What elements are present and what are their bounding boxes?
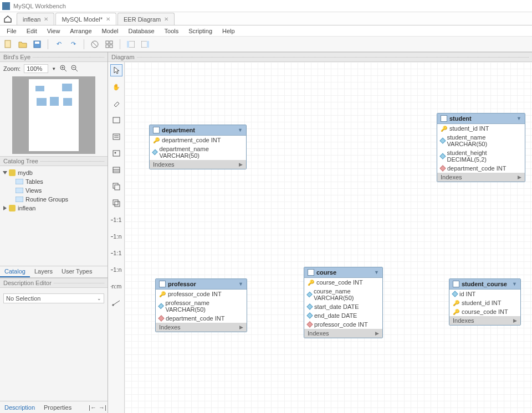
database-icon: [9, 169, 16, 176]
menu-database[interactable]: Database: [124, 27, 158, 35]
tab-layers[interactable]: Layers: [30, 266, 57, 277]
close-icon[interactable]: ✕: [106, 16, 110, 22]
rel-1n-id[interactable]: 1:n: [110, 264, 122, 276]
column: id INT: [449, 290, 520, 298]
layer-tool[interactable]: [110, 114, 122, 126]
tree-db-mydb[interactable]: mydb: [3, 168, 104, 177]
menu-edit[interactable]: Edit: [22, 27, 42, 35]
indexes-row[interactable]: Indexes▶: [437, 173, 525, 182]
tab-mysql-model[interactable]: MySQL Model*✕: [55, 13, 116, 25]
collapse-icon[interactable]: ▼: [516, 116, 521, 121]
validate-icon[interactable]: [90, 39, 100, 49]
birds-eye-thumbnail[interactable]: [12, 76, 95, 154]
entity-student_course[interactable]: student_course▼id INT🔑student_id INT🔑cou…: [449, 278, 521, 326]
entity-student[interactable]: student▼🔑student_id INTstudent_name VARC…: [437, 113, 525, 182]
description-editor-header: Description Editor: [0, 278, 108, 288]
entity-header[interactable]: course▼: [304, 267, 382, 278]
close-icon[interactable]: ✕: [164, 16, 168, 22]
tab-eer-diagram[interactable]: EER Diagram✕: [117, 13, 175, 25]
view-tool[interactable]: [110, 180, 122, 193]
routine-tool[interactable]: [110, 197, 122, 209]
zoom-value[interactable]: 100%: [24, 64, 48, 73]
svg-line-18: [75, 69, 78, 71]
zoom-out-icon[interactable]: [70, 64, 78, 73]
entity-header[interactable]: professor▼: [156, 279, 247, 290]
svg-rect-7: [106, 45, 109, 48]
zoom-in-icon[interactable]: [59, 64, 67, 73]
column-icon: [152, 149, 158, 156]
rel-1n-non[interactable]: 1:n: [110, 230, 122, 242]
column: 🔑department_code INT: [150, 136, 246, 144]
views-icon: [16, 188, 23, 193]
menu-view[interactable]: View: [43, 27, 65, 35]
entity-header[interactable]: student▼: [437, 113, 525, 124]
redo-icon[interactable]: ↷: [68, 39, 78, 49]
collapse-icon[interactable]: ▼: [238, 281, 243, 287]
hand-tool[interactable]: ✋: [110, 81, 122, 93]
indexes-row[interactable]: Indexes▶: [304, 329, 382, 338]
eraser-tool[interactable]: [110, 97, 122, 110]
column: start_date DATE: [304, 302, 382, 311]
save-icon[interactable]: [32, 39, 42, 49]
entity-course[interactable]: course▼🔑course_code INTcourse_name VARCH…: [304, 267, 383, 338]
entity-department[interactable]: department▼🔑department_code INTdepartmen…: [149, 125, 247, 169]
tree-routines[interactable]: Routine Groups: [3, 195, 104, 204]
menu-file[interactable]: File: [2, 27, 21, 35]
column: 🔑course_code INT: [449, 307, 520, 316]
menu-scripting[interactable]: Scripting: [184, 27, 217, 35]
description-selector[interactable]: No Selection⌄: [3, 293, 104, 303]
column: 🔑student_id INT: [437, 124, 525, 133]
panel-right-icon[interactable]: [140, 39, 150, 49]
tree-views[interactable]: Views: [3, 186, 104, 195]
primary-key-icon: 🔑: [153, 137, 160, 143]
note-tool[interactable]: [110, 131, 122, 143]
rel-nm[interactable]: n:m: [110, 280, 122, 292]
tab-user-types[interactable]: User Types: [57, 266, 96, 277]
collapse-icon[interactable]: ▼: [238, 127, 243, 133]
tree-tables[interactable]: Tables: [3, 177, 104, 186]
entity-header[interactable]: department▼: [150, 125, 246, 136]
primary-key-icon: 🔑: [453, 300, 459, 306]
svg-rect-20: [16, 179, 23, 184]
svg-rect-23: [113, 117, 120, 123]
tab-properties[interactable]: Properties: [39, 402, 76, 412]
tab-inflean[interactable]: inflean✕: [17, 13, 54, 25]
menu-model[interactable]: Model: [98, 27, 123, 35]
indexes-row[interactable]: Indexes▶: [449, 316, 520, 325]
catalog-tree: mydb Tables Views Routine Groups inflean: [0, 166, 108, 266]
tab-catalog[interactable]: Catalog: [0, 266, 30, 277]
collapse-icon[interactable]: ▼: [512, 281, 517, 287]
indexes-row[interactable]: Indexes▶: [150, 160, 246, 169]
pointer-tool[interactable]: [110, 64, 122, 76]
diagram-canvas[interactable]: department▼🔑department_code INTdepartmen…: [125, 62, 532, 413]
grid-icon[interactable]: [104, 39, 114, 49]
rel-existing-tool[interactable]: [110, 297, 122, 309]
svg-line-36: [113, 301, 120, 305]
indexes-row[interactable]: Indexes▶: [156, 323, 247, 332]
column: department_code INT: [437, 164, 525, 173]
rel-11-id[interactable]: 1:1: [110, 247, 122, 259]
image-tool[interactable]: [110, 147, 122, 159]
collapse-icon[interactable]: ▼: [374, 270, 379, 275]
menu-tools[interactable]: Tools: [160, 27, 183, 35]
tab-description[interactable]: Description: [0, 402, 39, 412]
zoom-dropdown-icon[interactable]: ▼: [52, 66, 56, 71]
undo-icon[interactable]: ↶: [54, 39, 64, 49]
menu-help[interactable]: Help: [218, 27, 239, 35]
entity-professor[interactable]: professor▼🔑professor_code INTprofessor_n…: [155, 278, 247, 332]
new-file-icon[interactable]: [3, 39, 13, 49]
menu-arrange[interactable]: Arrange: [65, 27, 96, 35]
rel-11-non[interactable]: 1:1: [110, 214, 122, 226]
database-icon: [9, 205, 16, 211]
tree-db-inflean[interactable]: inflean: [3, 204, 104, 213]
entity-header[interactable]: student_course▼: [449, 279, 520, 290]
collapse-left-icon[interactable]: |←: [88, 402, 98, 412]
home-tab[interactable]: [0, 13, 16, 25]
table-tool[interactable]: [110, 164, 122, 176]
open-folder-icon[interactable]: [18, 39, 28, 49]
panel-left-icon[interactable]: [126, 39, 136, 49]
svg-rect-12: [147, 41, 149, 48]
collapse-right-icon[interactable]: →|: [98, 402, 108, 412]
column-icon: [306, 312, 313, 318]
close-icon[interactable]: ✕: [44, 16, 48, 22]
